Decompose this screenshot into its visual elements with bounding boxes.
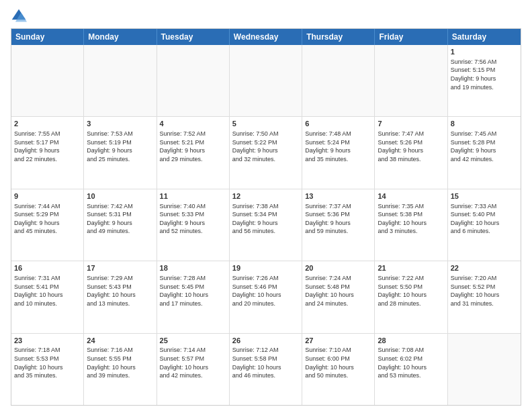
day-info: Sunrise: 7:42 AMSunset: 5:31 PMDaylight:… xyxy=(87,202,153,236)
day-info: Sunrise: 7:08 AMSunset: 6:02 PMDaylight:… xyxy=(378,346,444,379)
calendar-cell: 4Sunrise: 7:52 AMSunset: 5:21 PMDaylight… xyxy=(157,117,230,188)
day-info: Sunrise: 7:12 AMSunset: 5:58 PMDaylight:… xyxy=(232,346,299,379)
calendar-row-1: 2Sunrise: 7:55 AMSunset: 5:17 PMDaylight… xyxy=(11,116,521,188)
header xyxy=(11,8,521,24)
header-monday: Monday xyxy=(84,29,157,45)
day-info: Sunrise: 7:37 AMSunset: 5:36 PMDaylight:… xyxy=(305,202,371,236)
day-info: Sunrise: 7:38 AMSunset: 5:34 PMDaylight:… xyxy=(232,202,299,236)
day-info: Sunrise: 7:14 AMSunset: 5:57 PMDaylight:… xyxy=(160,346,226,379)
day-number: 11 xyxy=(160,191,226,201)
day-info: Sunrise: 7:24 AMSunset: 5:48 PMDaylight:… xyxy=(305,274,371,308)
header-wednesday: Wednesday xyxy=(230,29,302,45)
day-info: Sunrise: 7:45 AMSunset: 5:28 PMDaylight:… xyxy=(451,130,518,163)
calendar-cell: 5Sunrise: 7:50 AMSunset: 5:22 PMDaylight… xyxy=(230,117,302,188)
day-info: Sunrise: 7:31 AMSunset: 5:41 PMDaylight:… xyxy=(14,274,81,308)
calendar-cell xyxy=(448,334,521,405)
calendar-row-2: 9Sunrise: 7:44 AMSunset: 5:29 PMDaylight… xyxy=(11,189,521,261)
calendar-cell: 12Sunrise: 7:38 AMSunset: 5:34 PMDayligh… xyxy=(230,189,302,261)
calendar-cell: 7Sunrise: 7:47 AMSunset: 5:26 PMDaylight… xyxy=(375,117,447,188)
day-info: Sunrise: 7:47 AMSunset: 5:26 PMDaylight:… xyxy=(378,130,444,163)
calendar-cell: 22Sunrise: 7:20 AMSunset: 5:52 PMDayligh… xyxy=(448,261,521,332)
calendar-cell: 19Sunrise: 7:26 AMSunset: 5:46 PMDayligh… xyxy=(230,261,302,332)
day-number: 18 xyxy=(160,263,226,273)
day-number: 10 xyxy=(87,191,153,201)
calendar-cell: 25Sunrise: 7:14 AMSunset: 5:57 PMDayligh… xyxy=(157,334,230,405)
logo xyxy=(11,8,30,24)
day-number: 9 xyxy=(14,191,81,201)
calendar-cell xyxy=(157,45,230,116)
calendar-cell xyxy=(84,45,157,116)
day-number: 19 xyxy=(232,263,299,273)
day-number: 14 xyxy=(378,191,444,201)
day-info: Sunrise: 7:53 AMSunset: 5:19 PMDaylight:… xyxy=(87,130,153,163)
day-number: 25 xyxy=(160,336,226,346)
day-number: 5 xyxy=(232,119,299,129)
calendar-cell: 26Sunrise: 7:12 AMSunset: 5:58 PMDayligh… xyxy=(230,334,302,405)
header-friday: Friday xyxy=(375,29,447,45)
calendar-cell: 21Sunrise: 7:22 AMSunset: 5:50 PMDayligh… xyxy=(375,261,447,332)
calendar-cell: 28Sunrise: 7:08 AMSunset: 6:02 PMDayligh… xyxy=(375,334,447,405)
header-tuesday: Tuesday xyxy=(157,29,230,45)
day-number: 15 xyxy=(451,191,518,201)
calendar-cell: 27Sunrise: 7:10 AMSunset: 6:00 PMDayligh… xyxy=(302,334,375,405)
day-number: 22 xyxy=(451,263,518,273)
day-number: 2 xyxy=(14,119,81,129)
day-info: Sunrise: 7:28 AMSunset: 5:45 PMDaylight:… xyxy=(160,274,226,308)
day-number: 1 xyxy=(451,47,518,57)
day-info: Sunrise: 7:26 AMSunset: 5:46 PMDaylight:… xyxy=(232,274,299,308)
day-number: 28 xyxy=(378,336,444,346)
calendar-cell: 16Sunrise: 7:31 AMSunset: 5:41 PMDayligh… xyxy=(11,261,84,332)
day-number: 27 xyxy=(305,336,371,346)
day-info: Sunrise: 7:18 AMSunset: 5:53 PMDaylight:… xyxy=(14,346,81,379)
calendar-cell: 23Sunrise: 7:18 AMSunset: 5:53 PMDayligh… xyxy=(11,334,84,405)
calendar-cell: 11Sunrise: 7:40 AMSunset: 5:33 PMDayligh… xyxy=(157,189,230,261)
day-number: 21 xyxy=(378,263,444,273)
calendar-cell: 8Sunrise: 7:45 AMSunset: 5:28 PMDaylight… xyxy=(448,117,521,188)
calendar-cell: 1Sunrise: 7:56 AMSunset: 5:15 PMDaylight… xyxy=(448,45,521,116)
day-info: Sunrise: 7:16 AMSunset: 5:55 PMDaylight:… xyxy=(87,346,153,379)
day-number: 26 xyxy=(232,336,299,346)
day-info: Sunrise: 7:55 AMSunset: 5:17 PMDaylight:… xyxy=(14,130,81,163)
day-number: 8 xyxy=(451,119,518,129)
calendar-cell: 24Sunrise: 7:16 AMSunset: 5:55 PMDayligh… xyxy=(84,334,157,405)
day-info: Sunrise: 7:40 AMSunset: 5:33 PMDaylight:… xyxy=(160,202,226,236)
day-number: 6 xyxy=(305,119,371,129)
day-info: Sunrise: 7:48 AMSunset: 5:24 PMDaylight:… xyxy=(305,130,371,163)
day-info: Sunrise: 7:20 AMSunset: 5:52 PMDaylight:… xyxy=(451,274,518,308)
calendar-cell: 15Sunrise: 7:33 AMSunset: 5:40 PMDayligh… xyxy=(448,189,521,261)
day-number: 7 xyxy=(378,119,444,129)
logo-icon xyxy=(11,8,27,24)
header-thursday: Thursday xyxy=(302,29,375,45)
calendar-cell: 2Sunrise: 7:55 AMSunset: 5:17 PMDaylight… xyxy=(11,117,84,188)
calendar-row-0: 1Sunrise: 7:56 AMSunset: 5:15 PMDaylight… xyxy=(11,45,521,116)
calendar-cell xyxy=(11,45,84,116)
day-number: 16 xyxy=(14,263,81,273)
calendar: Sunday Monday Tuesday Wednesday Thursday… xyxy=(11,28,521,406)
day-info: Sunrise: 7:22 AMSunset: 5:50 PMDaylight:… xyxy=(378,274,444,308)
calendar-cell xyxy=(230,45,302,116)
calendar-cell xyxy=(302,45,375,116)
day-number: 24 xyxy=(87,336,153,346)
calendar-cell: 13Sunrise: 7:37 AMSunset: 5:36 PMDayligh… xyxy=(302,189,375,261)
day-number: 12 xyxy=(232,191,299,201)
calendar-cell: 3Sunrise: 7:53 AMSunset: 5:19 PMDaylight… xyxy=(84,117,157,188)
calendar-body: 1Sunrise: 7:56 AMSunset: 5:15 PMDaylight… xyxy=(11,45,521,405)
day-info: Sunrise: 7:50 AMSunset: 5:22 PMDaylight:… xyxy=(232,130,299,163)
day-info: Sunrise: 7:35 AMSunset: 5:38 PMDaylight:… xyxy=(378,202,444,236)
calendar-header: Sunday Monday Tuesday Wednesday Thursday… xyxy=(11,29,521,45)
header-sunday: Sunday xyxy=(11,29,84,45)
header-saturday: Saturday xyxy=(448,29,521,45)
day-info: Sunrise: 7:29 AMSunset: 5:43 PMDaylight:… xyxy=(87,274,153,308)
calendar-cell: 6Sunrise: 7:48 AMSunset: 5:24 PMDaylight… xyxy=(302,117,375,188)
day-number: 3 xyxy=(87,119,153,129)
day-info: Sunrise: 7:52 AMSunset: 5:21 PMDaylight:… xyxy=(160,130,226,163)
calendar-row-3: 16Sunrise: 7:31 AMSunset: 5:41 PMDayligh… xyxy=(11,261,521,332)
day-info: Sunrise: 7:44 AMSunset: 5:29 PMDaylight:… xyxy=(14,202,81,236)
calendar-cell: 18Sunrise: 7:28 AMSunset: 5:45 PMDayligh… xyxy=(157,261,230,332)
day-info: Sunrise: 7:10 AMSunset: 6:00 PMDaylight:… xyxy=(305,346,371,379)
calendar-cell xyxy=(375,45,447,116)
calendar-row-4: 23Sunrise: 7:18 AMSunset: 5:53 PMDayligh… xyxy=(11,333,521,405)
day-number: 17 xyxy=(87,263,153,273)
day-number: 13 xyxy=(305,191,371,201)
day-number: 23 xyxy=(14,336,81,346)
